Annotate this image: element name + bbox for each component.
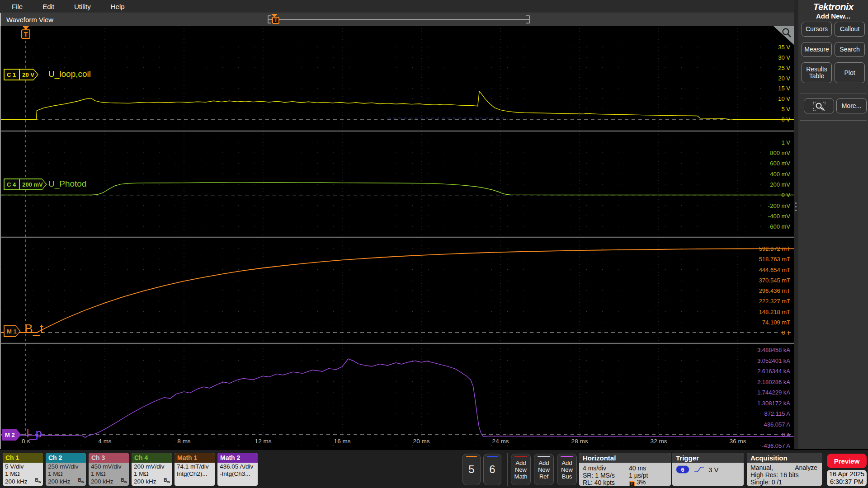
- axis-label: 370.545 mT: [759, 277, 790, 283]
- bar-divider: [507, 453, 508, 486]
- add-new-ref-button[interactable]: AddNewRef: [534, 454, 554, 485]
- sidebar-measure-button[interactable]: Measure: [802, 42, 832, 57]
- axis-label: 1 V: [781, 139, 790, 145]
- channel-card-header: Ch 2: [46, 453, 86, 463]
- axis-label: 296.436 mT: [759, 287, 790, 294]
- menu-item-utility[interactable]: Utility: [74, 3, 91, 10]
- sidebar-results-table-button[interactable]: Results Table: [802, 62, 832, 83]
- axis-label: 2.180286 kA: [757, 378, 790, 385]
- channel-card-header: Math 1: [175, 453, 215, 463]
- axis-label: 74.109 mT: [762, 319, 790, 325]
- axis-label: 518.763 mT: [759, 256, 790, 263]
- channel-card-row: 1 MΩ: [5, 470, 43, 478]
- waveform-view-titlebar[interactable]: Waveform View T: [0, 13, 794, 26]
- channel-card-row: 1 MΩ: [48, 470, 86, 478]
- add-new-math-button[interactable]: AddNewMath: [511, 454, 531, 485]
- channel-card-row: 1 MΩ: [91, 470, 129, 478]
- channel-card-ch3[interactable]: Ch 3450 mV/div1 MΩ200 kHzBw: [89, 453, 129, 486]
- sidebar-plot-button[interactable]: Plot: [835, 62, 865, 83]
- zoom-select-button[interactable]: [804, 99, 834, 113]
- zoom-select-icon: [812, 101, 826, 112]
- waveform-plot: [1, 26, 794, 449]
- time: 6:30:37 PM: [830, 478, 863, 486]
- more-button[interactable]: More...: [836, 99, 867, 113]
- horizontal-trigger-position: T3%: [629, 479, 646, 486]
- channel-card-body: 436.05 A/div-Intg(Ch3...: [217, 463, 258, 478]
- trace-label-math1: B_t: [24, 322, 43, 336]
- trigger-source-badge: 6: [676, 465, 689, 474]
- panel-splitter[interactable]: [794, 0, 798, 449]
- acquisition-mode: Manual,: [750, 464, 773, 471]
- axis-label: 600 mV: [770, 160, 790, 167]
- bar-divider: [824, 453, 824, 486]
- channel-card-row: 250 mV/div: [48, 463, 86, 470]
- time-axis-label: 4 ms: [98, 438, 111, 445]
- axis-label: 800 mV: [770, 150, 790, 156]
- channel-6-button[interactable]: 6: [483, 454, 501, 485]
- menu-item-edit[interactable]: Edit: [42, 3, 54, 10]
- axis-label: 222.327 mT: [759, 298, 790, 305]
- sidebar-callout-button[interactable]: Callout: [835, 22, 865, 37]
- acquisition-panel[interactable]: Acquisition Manual, Analyze High Res: 16…: [747, 453, 822, 486]
- trigger-level: 3 V: [708, 466, 719, 474]
- add-new-buttons: AddNewMathAddNewRefAddNewBus: [511, 454, 577, 485]
- sidebar-cursors-button[interactable]: Cursors: [802, 22, 832, 37]
- waveform-display[interactable]: T C 1 20 V U_loop,coil C 4 200 mV U_Phot…: [0, 26, 794, 449]
- channel-card-math1[interactable]: Math 174.1 mT/divIntg(Ch2)...: [175, 453, 215, 486]
- axis-label: 436.057 A: [764, 421, 790, 427]
- channel-card-row: 5 V/div: [5, 463, 43, 470]
- trace-u_loop,coil: [1, 91, 794, 120]
- horizontal-sample-rate: SR: 1 MS/s: [583, 472, 615, 479]
- horizontal-resolution: 1 µs/pt: [629, 472, 648, 479]
- badge-math2-name: M 2: [3, 430, 20, 440]
- channel-card-ch4[interactable]: Ch 4200 mV/div1 MΩ200 kHzBw: [132, 453, 172, 486]
- channel-5-button[interactable]: 5: [462, 454, 481, 485]
- channel-card-ch2[interactable]: Ch 2250 mV/div1 MΩ200 kHzBw: [46, 453, 86, 486]
- trace-label-ch4: U_Photod: [48, 179, 87, 189]
- trace-b_t: [1, 249, 794, 333]
- menu-item-help[interactable]: Help: [111, 3, 125, 10]
- acquisition-single: Single: 0 /1: [750, 479, 782, 486]
- axis-label: 0 T: [782, 329, 790, 336]
- channel-card-row: 436.05 A/div: [220, 463, 258, 470]
- axis-label: -400 mV: [768, 212, 790, 219]
- axis-label: 30 V: [778, 54, 790, 61]
- axis-label: -436.057 A: [762, 442, 790, 449]
- trigger-marker-t-icon[interactable]: T: [21, 29, 30, 39]
- axis-label: 2.616344 kA: [757, 368, 790, 375]
- axis-label: 15 V: [778, 85, 790, 92]
- channel-cards: Ch 15 V/div1 MΩ200 kHzBwCh 2250 mV/div1 …: [3, 453, 258, 486]
- splitter-grip-icon[interactable]: [795, 202, 797, 211]
- channel-card-ch1[interactable]: Ch 15 V/div1 MΩ200 kHzBw: [3, 453, 43, 486]
- settings-bar: Ch 15 V/div1 MΩ200 kHzBwCh 2250 mV/div1 …: [0, 449, 868, 488]
- axis-label: 0 V: [781, 192, 790, 198]
- button-color-stripe: [561, 456, 573, 457]
- page-title: Waveform View: [6, 16, 53, 23]
- axis-label: 592.872 mT: [759, 245, 790, 252]
- time-axis-label: 16 ms: [334, 438, 351, 445]
- time-axis-label: 32 ms: [651, 438, 667, 445]
- axis-label: 872.115 A: [764, 410, 790, 417]
- trigger-position-flag-icon[interactable]: T: [272, 17, 279, 24]
- bandwidth-limit-icon: Bw: [164, 478, 170, 484]
- time-axis-label: 12 ms: [255, 438, 272, 445]
- trace-label-ch1: U_loop,coil: [48, 69, 91, 79]
- trigger-panel[interactable]: Trigger 6 3 V: [672, 453, 744, 486]
- horizontal-panel[interactable]: Horizontal 4 ms/div 40 ms SR: 1 MS/s 1 µ…: [579, 453, 671, 486]
- sidebar-divider: [800, 120, 867, 121]
- channel-card-math2[interactable]: Math 2436.05 A/div-Intg(Ch3...: [217, 453, 258, 486]
- menu-item-file[interactable]: File: [12, 3, 23, 10]
- trigger-t-icon: T: [629, 481, 635, 486]
- badge-ch4[interactable]: C 4 200 mV: [4, 178, 47, 190]
- time-axis-label: 8 ms: [177, 438, 190, 445]
- channel-card-row: 1 MΩ: [134, 470, 172, 478]
- axis-label: 35 V: [778, 44, 790, 51]
- menu-bar: FileEditUtilityHelp: [0, 0, 794, 13]
- add-new-bus-button[interactable]: AddNewBus: [557, 454, 577, 485]
- record-view-scrollbar[interactable]: T: [267, 13, 531, 26]
- preview-button[interactable]: Preview: [827, 454, 867, 468]
- channel-card-header: Ch 3: [89, 453, 129, 463]
- sidebar-search-button[interactable]: Search: [835, 42, 865, 57]
- badge-ch1[interactable]: C 1 20 V: [4, 69, 38, 80]
- axis-label: 25 V: [778, 64, 790, 71]
